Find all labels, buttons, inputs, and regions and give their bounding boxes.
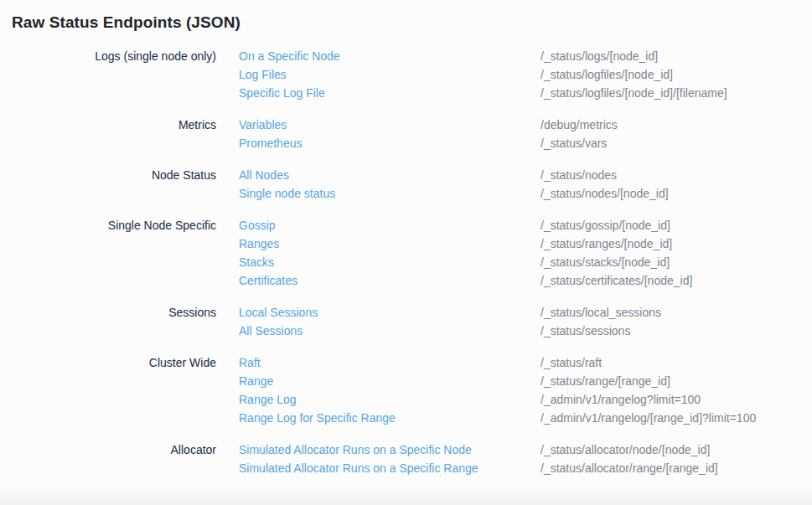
endpoint-row: Variables /debug/metrics	[239, 116, 812, 134]
endpoint-link[interactable]: Ranges	[239, 234, 540, 253]
endpoint-path: /_status/logfiles/[node_id]	[540, 65, 673, 84]
endpoint-path: /_status/range/[range_id]	[540, 372, 670, 390]
endpoint-row: Range /_status/range/[range_id]	[239, 372, 812, 390]
endpoint-path: /_status/certificates/[node_id]	[540, 271, 692, 290]
endpoint-link[interactable]: Simulated Allocator Runs on a Specific R…	[239, 459, 540, 477]
endpoint-link[interactable]: Certificates	[239, 271, 540, 290]
debug-endpoints-page: Raw Status Endpoints (JSON) Logs (single…	[0, 13, 812, 477]
page-title: Raw Status Endpoints (JSON)	[12, 13, 812, 32]
endpoint-category-label: Node Status	[0, 166, 216, 184]
endpoint-path: /_status/local_sessions	[540, 303, 661, 322]
endpoint-row: Simulated Allocator Runs on a Specific N…	[239, 441, 812, 459]
endpoint-path: /_status/sessions	[540, 322, 630, 340]
endpoint-link[interactable]: Range Log	[239, 390, 540, 409]
endpoint-link[interactable]: Raft	[239, 353, 540, 372]
endpoint-row: All Sessions /_status/sessions	[239, 322, 812, 340]
endpoint-path: /_status/logs/[node_id]	[540, 47, 658, 65]
endpoint-link[interactable]: Gossip	[239, 216, 540, 234]
endpoint-category-label: Cluster Wide	[0, 353, 216, 372]
endpoint-list: All Nodes /_status/nodes Single node sta…	[239, 166, 812, 203]
endpoint-path: /debug/metrics	[540, 116, 618, 134]
endpoint-category-label: Metrics	[0, 116, 216, 134]
endpoint-row: Log Files /_status/logfiles/[node_id]	[239, 65, 812, 84]
endpoint-path: /_admin/v1/rangelog/[range_id]?limit=100	[540, 409, 756, 427]
endpoint-group: Node Status All Nodes /_status/nodes Sin…	[0, 166, 812, 203]
endpoint-group: Metrics Variables /debug/metrics Prometh…	[0, 116, 812, 152]
endpoint-link[interactable]: Range	[239, 372, 540, 390]
endpoint-link[interactable]: Simulated Allocator Runs on a Specific N…	[239, 441, 540, 459]
endpoint-path: /_admin/v1/rangelog?limit=100	[540, 390, 701, 409]
endpoint-category-label: Single Node Specific	[0, 216, 216, 234]
endpoint-path: /_status/raft	[540, 353, 602, 372]
footer-strip	[0, 488, 812, 505]
endpoint-row: On a Specific Node /_status/logs/[node_i…	[239, 47, 812, 65]
endpoint-row: Raft /_status/raft	[239, 353, 812, 372]
endpoint-path: /_status/stacks/[node_id]	[540, 253, 670, 271]
endpoint-group: Cluster Wide Raft /_status/raft Range /_…	[0, 353, 812, 427]
endpoint-path: /_status/ranges/[node_id]	[540, 234, 672, 253]
endpoint-group: Logs (single node only) On a Specific No…	[0, 47, 812, 102]
endpoint-path: /_status/nodes	[540, 166, 617, 184]
endpoint-row: Local Sessions /_status/local_sessions	[239, 303, 812, 322]
endpoint-row: Single node status /_status/nodes/[node_…	[239, 184, 812, 203]
endpoint-list: On a Specific Node /_status/logs/[node_i…	[239, 47, 812, 102]
endpoint-row: All Nodes /_status/nodes	[239, 166, 812, 184]
endpoint-group: Single Node Specific Gossip /_status/gos…	[0, 216, 812, 290]
endpoint-path: /_status/gossip/[node_id]	[540, 216, 670, 234]
endpoint-row: Range Log for Specific Range /_admin/v1/…	[239, 409, 812, 427]
endpoint-link[interactable]: Local Sessions	[239, 303, 540, 322]
endpoint-list: Variables /debug/metrics Prometheus /_st…	[239, 116, 812, 152]
endpoint-row: Simulated Allocator Runs on a Specific R…	[239, 459, 812, 477]
endpoint-path: /_status/allocator/node/[node_id]	[540, 441, 710, 459]
endpoint-link[interactable]: All Sessions	[239, 322, 540, 340]
endpoint-link[interactable]: All Nodes	[239, 166, 540, 184]
endpoint-list: Raft /_status/raft Range /_status/range/…	[239, 353, 812, 427]
endpoint-category-label: Sessions	[0, 303, 216, 322]
endpoint-link[interactable]: Range Log for Specific Range	[239, 409, 540, 427]
endpoint-path: /_status/logfiles/[node_id]/[filename]	[540, 84, 727, 102]
endpoint-row: Range Log /_admin/v1/rangelog?limit=100	[239, 390, 812, 409]
endpoint-row: Prometheus /_status/vars	[239, 134, 812, 152]
endpoint-link[interactable]: Prometheus	[239, 134, 540, 152]
endpoint-path: /_status/allocator/range/[range_id]	[540, 459, 718, 477]
endpoint-groups: Logs (single node only) On a Specific No…	[0, 47, 812, 477]
endpoint-path: /_status/vars	[540, 134, 607, 152]
endpoint-link[interactable]: Log Files	[239, 65, 540, 84]
endpoint-list: Local Sessions /_status/local_sessions A…	[239, 303, 812, 340]
endpoint-link[interactable]: Specific Log File	[239, 84, 540, 102]
endpoint-row: Ranges /_status/ranges/[node_id]	[239, 234, 812, 253]
endpoint-row: Certificates /_status/certificates/[node…	[239, 271, 812, 290]
endpoint-list: Simulated Allocator Runs on a Specific N…	[239, 441, 812, 477]
endpoint-list: Gossip /_status/gossip/[node_id] Ranges …	[239, 216, 812, 290]
endpoint-group: Allocator Simulated Allocator Runs on a …	[0, 441, 812, 477]
endpoint-row: Gossip /_status/gossip/[node_id]	[239, 216, 812, 234]
endpoint-path: /_status/nodes/[node_id]	[540, 184, 669, 203]
endpoint-category-label: Allocator	[0, 441, 216, 459]
endpoint-category-label: Logs (single node only)	[0, 47, 216, 65]
endpoint-link[interactable]: Stacks	[239, 253, 540, 271]
endpoint-row: Stacks /_status/stacks/[node_id]	[239, 253, 812, 271]
endpoint-link[interactable]: Single node status	[239, 184, 540, 203]
endpoint-link[interactable]: Variables	[239, 116, 540, 134]
endpoint-row: Specific Log File /_status/logfiles/[nod…	[239, 84, 812, 102]
endpoint-link[interactable]: On a Specific Node	[239, 47, 540, 65]
endpoint-group: Sessions Local Sessions /_status/local_s…	[0, 303, 812, 340]
